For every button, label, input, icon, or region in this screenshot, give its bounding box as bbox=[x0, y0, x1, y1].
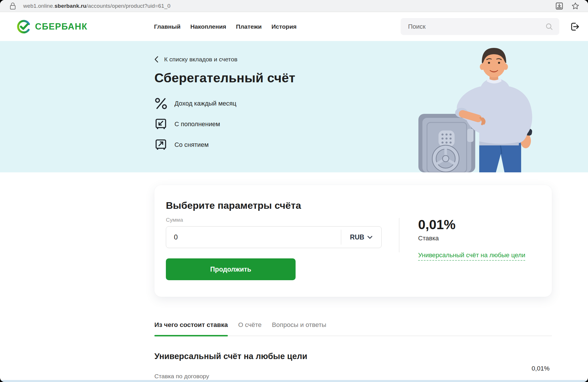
back-link-label: К списку вкладов и счетов bbox=[164, 56, 237, 63]
bookmark-star-icon[interactable] bbox=[571, 2, 579, 10]
url-prefix: web1.online. bbox=[23, 3, 55, 9]
search-input[interactable] bbox=[408, 23, 545, 30]
download-icon[interactable] bbox=[555, 2, 563, 10]
account-parameters-card: Выберите параметры счёта Сумма RUB bbox=[154, 185, 552, 297]
url-domain: sberbank.ru bbox=[55, 3, 86, 9]
site-header: СБЕРБАНК Главный Накопления Платежи Исто… bbox=[0, 12, 588, 41]
feature-list: Доход каждый месяц С пополнением bbox=[154, 98, 295, 151]
url-text[interactable]: web1.online.sberbank.ru/accounts/open/pr… bbox=[23, 3, 170, 9]
contract-rate-value: 0,01% bbox=[532, 365, 550, 372]
chevron-left-icon bbox=[154, 56, 158, 63]
rate-value: 0,01% bbox=[418, 217, 525, 232]
details-section-title: Универсальный счёт на любые цели bbox=[154, 352, 588, 361]
tab-rate-composition[interactable]: Из чего состоит ставка bbox=[154, 321, 228, 336]
lock-icon bbox=[10, 2, 16, 10]
deposit-icon bbox=[154, 118, 168, 130]
currency-value: RUB bbox=[350, 233, 364, 241]
safe-illustration bbox=[418, 114, 475, 172]
tab-questions-answers[interactable]: Вопросы и ответы bbox=[272, 321, 327, 336]
card-title: Выберите параметры счёта bbox=[166, 200, 539, 211]
back-link[interactable]: К списку вкладов и счетов bbox=[154, 56, 295, 63]
feature-income: Доход каждый месяц bbox=[154, 98, 295, 110]
page-title: Сберегательный счёт bbox=[154, 71, 295, 85]
rate-label: Ставка bbox=[418, 235, 525, 242]
feature-deposit: С пополнением bbox=[154, 118, 295, 130]
amount-input[interactable] bbox=[166, 233, 341, 241]
amount-label: Сумма bbox=[166, 217, 382, 223]
sberbank-logo-icon bbox=[16, 19, 31, 34]
url-path: /accounts/open/product?uid=61_0 bbox=[86, 3, 170, 9]
info-tabs: Из чего состоит ставка О счёте Вопросы и… bbox=[154, 321, 552, 336]
nav-item-glavnyj[interactable]: Главный bbox=[154, 23, 181, 30]
next-section-edge bbox=[0, 380, 588, 382]
withdraw-icon bbox=[154, 139, 168, 151]
continue-button[interactable]: Продолжить bbox=[166, 258, 296, 280]
currency-select[interactable]: RUB bbox=[341, 233, 381, 241]
brand-name: СБЕРБАНК bbox=[35, 22, 88, 32]
nav-item-nakopleniya[interactable]: Накопления bbox=[190, 23, 226, 30]
browser-url-bar[interactable]: web1.online.sberbank.ru/accounts/open/pr… bbox=[0, 0, 588, 12]
universal-account-link[interactable]: Универсальный счёт на любые цели bbox=[418, 252, 525, 261]
man-with-safe-illustration bbox=[410, 46, 548, 172]
nav-item-platezhi[interactable]: Платежи bbox=[236, 23, 262, 30]
card-divider bbox=[399, 218, 399, 252]
tab-about-account[interactable]: О счёте bbox=[238, 321, 262, 336]
contract-rate-label: Ставка по договору bbox=[154, 373, 209, 380]
feature-label: Со снятием bbox=[174, 141, 209, 149]
sberbank-logo[interactable]: СБЕРБАНК bbox=[16, 19, 88, 34]
detail-row: 0,01% Ставка по договору bbox=[154, 361, 552, 381]
feature-label: Доход каждый месяц bbox=[174, 100, 236, 107]
browser-window: web1.online.sberbank.ru/accounts/open/pr… bbox=[0, 0, 588, 382]
chevron-down-icon bbox=[367, 236, 372, 239]
nav-item-istoriya[interactable]: История bbox=[271, 23, 297, 30]
feature-label: С пополнением bbox=[174, 120, 220, 128]
search-icon[interactable] bbox=[545, 23, 553, 30]
hero-section: К списку вкладов и счетов Сберегательный… bbox=[0, 41, 588, 172]
percent-icon bbox=[154, 98, 168, 110]
search-box[interactable] bbox=[401, 18, 559, 35]
main-nav: Главный Накопления Платежи История bbox=[154, 23, 297, 30]
feature-withdraw: Со снятием bbox=[154, 139, 295, 151]
amount-field[interactable]: RUB bbox=[166, 226, 382, 248]
logout-icon[interactable] bbox=[570, 22, 579, 32]
